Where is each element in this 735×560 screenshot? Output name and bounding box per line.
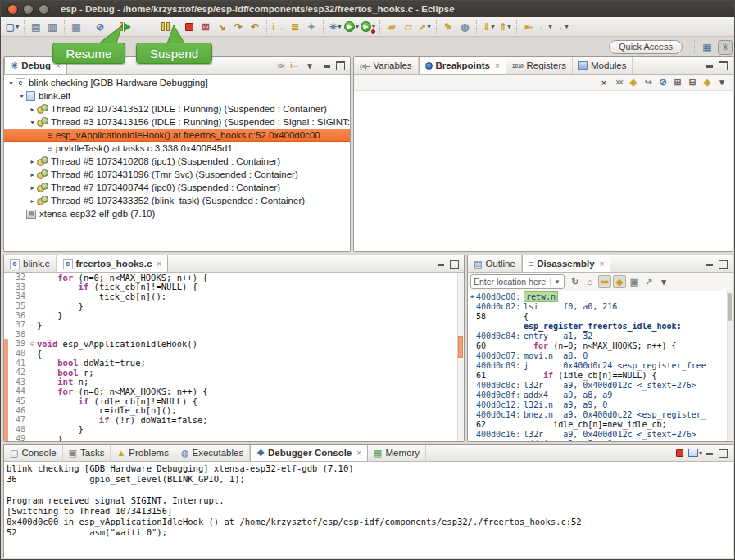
maximize-view-button[interactable] — [450, 260, 458, 268]
line-number[interactable]: 36 — [8, 311, 28, 320]
tab-breakpoints[interactable]: Breakpoints× — [419, 57, 506, 74]
line-number[interactable]: 48 — [8, 425, 28, 434]
location-dropdown-icon[interactable]: ▼ — [550, 278, 564, 286]
line-number[interactable]: 39 — [8, 339, 28, 348]
remove-all-terminated-button[interactable]: ×× — [274, 59, 287, 72]
show-supported-breakpoints-button[interactable]: ◈ — [627, 76, 640, 89]
tab-blink.c[interactable]: cblink.c — [4, 255, 57, 272]
debug-launch-tree[interactable]: ▾cblink checking [GDB Hardware Debugging… — [4, 75, 350, 251]
window-close-button[interactable] — [7, 4, 18, 15]
tab-freertos_hooks.c[interactable]: cfreertos_hooks.c× — [57, 255, 169, 272]
tree-row[interactable]: ▸Thread #6 1073431096 (Tmr Svc) (Suspend… — [4, 168, 350, 181]
track-expression-button[interactable]: ◈ — [613, 275, 626, 288]
tab-outline[interactable]: ▤Outline — [468, 255, 522, 272]
tree-expander-icon[interactable]: ▸ — [28, 184, 37, 192]
tab-tasks[interactable]: ▣Tasks — [63, 445, 111, 461]
line-number[interactable]: 44 — [8, 386, 28, 395]
show-source-button[interactable]: ≔ — [598, 275, 611, 288]
dropdown-caret-icon[interactable]: ▾ — [492, 23, 495, 30]
line-number[interactable]: 43 — [8, 377, 28, 386]
maximize-view-button[interactable] — [719, 61, 727, 70]
external-tools-dropdown-button[interactable]: ▶▾ — [361, 20, 375, 34]
skip-all-breakpoints-button[interactable]: ⊘ — [656, 76, 669, 89]
tree-row[interactable]: ▾Thread #3 1073413156 (IDLE : Running) (… — [4, 115, 350, 129]
resume-button[interactable] — [118, 20, 133, 34]
tab-disassembly[interactable]: ≡Disassembly× — [522, 255, 611, 272]
mark-occurrences-button[interactable]: ✎ — [441, 20, 456, 34]
tab-variables[interactable]: (x)=Variables — [354, 57, 419, 74]
tree-expander-icon[interactable]: ▾ — [28, 119, 37, 126]
binary-file-button[interactable]: ▦ — [69, 20, 84, 34]
quick-access-button[interactable]: Quick Access — [609, 40, 683, 54]
back-history-button[interactable]: ←▾ — [538, 20, 552, 34]
forward-history-button[interactable]: →▾ — [554, 20, 569, 34]
location-input[interactable] — [471, 277, 550, 287]
minimize-view-button[interactable] — [706, 260, 714, 268]
tab-problems[interactable]: ▲Problems — [111, 445, 175, 461]
expand-all-button[interactable]: ⊞ — [671, 76, 684, 89]
launch-history-button[interactable]: ➚▾ — [417, 20, 432, 34]
tree-row[interactable]: ▸Thread #7 1073408744 (ipc0) (Suspended … — [4, 181, 350, 194]
maximize-view-button[interactable] — [719, 449, 727, 457]
tab-debugger-console[interactable]: ❖Debugger Console× — [250, 445, 368, 461]
step-into-button[interactable]: ↘ — [215, 20, 229, 34]
view-menu-button[interactable]: ▾ — [715, 76, 728, 89]
line-number[interactable]: 41 — [8, 359, 28, 368]
maximize-view-button[interactable] — [336, 61, 344, 70]
close-icon[interactable]: × — [600, 260, 605, 269]
tree-expander-icon[interactable]: ▸ — [28, 197, 37, 205]
line-number[interactable]: 45 — [8, 396, 28, 405]
line-number[interactable]: 35 — [8, 301, 28, 310]
line-number[interactable]: 37 — [8, 320, 28, 329]
dropdown-caret-icon[interactable]: ▾ — [16, 23, 19, 30]
dropdown-caret-icon[interactable]: ▾ — [549, 23, 552, 30]
step-over-button[interactable]: ↷ — [231, 20, 246, 34]
line-number[interactable]: 38 — [8, 330, 28, 339]
tree-expander-icon[interactable]: ▸ — [28, 106, 37, 113]
disconnect-button[interactable]: ⊠ — [198, 20, 213, 34]
tree-row[interactable]: ▸Thread #2 1073413512 (IDLE : Running) (… — [4, 102, 350, 115]
save-all-button[interactable]: ▥ — [45, 20, 60, 34]
tab-console[interactable]: ▢Console — [4, 445, 63, 461]
tree-row[interactable]: ▾cblink checking [GDB Hardware Debugging… — [4, 76, 350, 89]
next-annotation-button[interactable]: ⇓▾ — [481, 20, 496, 34]
open-browser-button[interactable]: ◍ — [457, 20, 472, 34]
export-button[interactable]: ↗ — [642, 275, 656, 288]
remove-all-breakpoints-button[interactable]: ×× — [612, 76, 625, 89]
close-icon[interactable]: × — [356, 449, 361, 458]
open-element-button[interactable]: ▰ — [384, 20, 399, 34]
tree-row[interactable]: ▤xtensa-esp32-elf-gdb (7.10) — [4, 207, 350, 220]
open-perspective-icon[interactable]: ▦ — [700, 40, 715, 55]
tree-row[interactable]: ▸Thread #9 1073433352 (blink_task) (Susp… — [4, 194, 350, 207]
overview-ruler[interactable] — [457, 273, 464, 441]
dropdown-caret-icon[interactable]: ▾ — [699, 449, 702, 457]
console-output[interactable]: blink checking [GDB Hardware Debugging] … — [4, 462, 733, 558]
suspend-button[interactable] — [158, 20, 173, 34]
line-number[interactable]: 42 — [8, 368, 28, 377]
debug-dropdown-button[interactable]: ✳▾ — [328, 20, 343, 34]
step-filters-button[interactable]: ✦ — [304, 20, 319, 34]
tab-registers[interactable]: 1010Registers — [506, 57, 573, 74]
code-editor[interactable]: 32 for (n=0; n<MAX_HOOKS; n++) {33 if (t… — [4, 273, 464, 441]
last-edit-location-button[interactable]: ⇤ — [521, 20, 536, 34]
terminate-console-button[interactable] — [674, 446, 687, 459]
disassembly-listing[interactable]: ◆400d0c00:retw.n400d0c02:lsi f0, a0, 216… — [468, 291, 733, 441]
open-resource-button[interactable]: ▱ — [401, 20, 415, 34]
line-number[interactable]: 32 — [8, 273, 28, 282]
remove-breakpoint-button[interactable]: × — [597, 76, 610, 89]
tree-expander-icon[interactable]: ▸ — [28, 158, 37, 165]
instruction-stepping-mode-button[interactable]: i→ — [288, 59, 302, 72]
dropdown-caret-icon[interactable]: ▾ — [508, 23, 511, 30]
dropdown-caret-icon[interactable]: ▾ — [356, 23, 359, 30]
disassembly-scrollbar[interactable] — [727, 291, 733, 441]
window-minimize-button[interactable] — [23, 4, 34, 15]
collapse-all-button[interactable]: ⊟ — [686, 76, 699, 89]
skip-all-breakpoints-button[interactable]: ⊘ — [93, 20, 107, 34]
line-number[interactable]: 40 — [8, 349, 28, 358]
tree-row[interactable]: ▸Thread #5 1073410208 (ipc1) (Suspended … — [4, 155, 350, 168]
line-number[interactable]: 46 — [8, 406, 28, 415]
terminate-button[interactable] — [182, 20, 197, 34]
tree-expander-icon[interactable]: ▾ — [7, 79, 16, 87]
selected-stack-frame[interactable]: ≡esp_vApplicationIdleHook() at freertos_… — [4, 129, 350, 142]
run-dropdown-button[interactable]: ▶▾ — [344, 20, 359, 34]
